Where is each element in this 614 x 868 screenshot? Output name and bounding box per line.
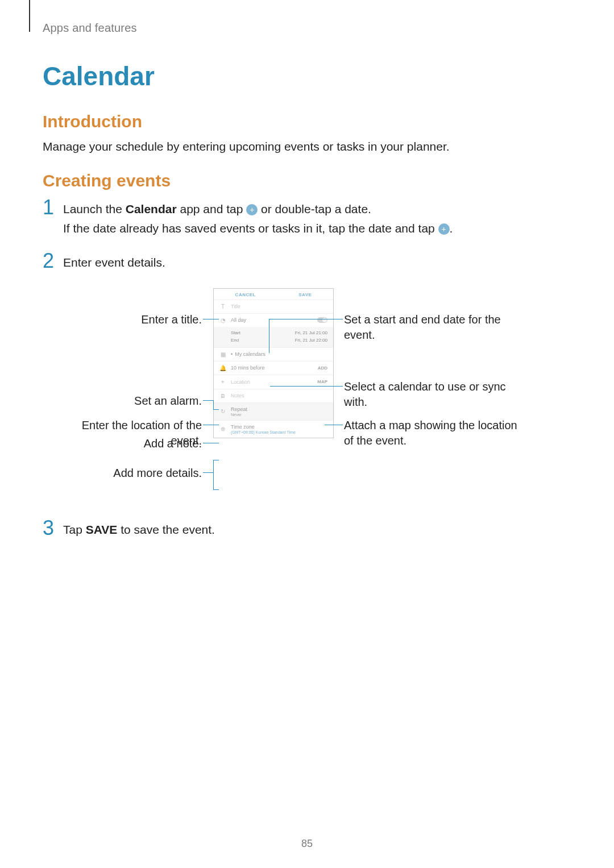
page-title: Calendar bbox=[43, 61, 571, 92]
step-number: 2 bbox=[43, 251, 63, 271]
leader bbox=[270, 386, 343, 387]
alarm-add-button[interactable]: ADD bbox=[318, 366, 327, 371]
text: app and tap bbox=[177, 202, 247, 215]
map-button[interactable]: MAP bbox=[317, 379, 327, 384]
leader bbox=[325, 425, 343, 425]
calendar-row[interactable]: ▦ My calendars bbox=[214, 347, 333, 361]
note-icon: 🗎 bbox=[219, 393, 226, 399]
step-1-body: Launch the Calendar app and tap + or dou… bbox=[63, 200, 571, 238]
timezone-text: Time zone bbox=[231, 424, 255, 430]
notes-placeholder: Notes bbox=[231, 393, 327, 398]
globe-icon: ⊕ bbox=[219, 426, 226, 432]
callout-set-dates: Set a start and end date for the event. bbox=[344, 312, 526, 343]
callout-attach-map: Attach a map showing the location of the… bbox=[344, 418, 526, 448]
text: or double-tap a date. bbox=[258, 202, 371, 215]
timezone-label: Time zone (GMT+09:00) Korean Standard Ti… bbox=[231, 424, 327, 434]
allday-row[interactable]: ◔ All day bbox=[214, 313, 333, 327]
allday-toggle[interactable] bbox=[317, 317, 327, 323]
event-editor-diagram: CANCEL SAVE T Title ◔ All day StartFri, … bbox=[54, 288, 543, 516]
notes-row[interactable]: 🗎 Notes bbox=[214, 389, 333, 402]
alarm-label: 10 mins before bbox=[231, 365, 313, 371]
step-2: 2 Enter event details. bbox=[43, 253, 571, 273]
leader bbox=[203, 400, 213, 401]
text: Tap bbox=[63, 523, 86, 536]
header-rule bbox=[29, 0, 30, 32]
breadcrumb: Apps and features bbox=[43, 22, 571, 35]
plus-icon: + bbox=[438, 223, 450, 235]
section-heading-introduction: Introduction bbox=[43, 112, 571, 131]
save-button[interactable]: SAVE bbox=[298, 292, 312, 297]
text: Launch the bbox=[63, 202, 126, 215]
end-value: Fri, 21 Jul 22:00 bbox=[295, 338, 327, 343]
start-label: Start bbox=[231, 330, 240, 335]
step-3-body: Tap SAVE to save the event. bbox=[63, 520, 571, 539]
step-1: 1 Launch the Calendar app and tap + or d… bbox=[43, 200, 571, 238]
end-label: End bbox=[231, 338, 239, 343]
alarm-row[interactable]: 🔔 10 mins before ADD bbox=[214, 361, 333, 375]
location-row[interactable]: ⌖ Location MAP bbox=[214, 375, 333, 389]
intro-paragraph: Manage your schedule by entering upcomin… bbox=[43, 138, 571, 155]
callout-set-alarm: Set an alarm. bbox=[54, 393, 202, 409]
repeat-text: Repeat bbox=[231, 406, 247, 412]
phone-header: CANCEL SAVE bbox=[214, 289, 333, 300]
repeat-value: Never bbox=[231, 413, 327, 417]
app-name: Calendar bbox=[126, 202, 177, 215]
calendar-icon: ▦ bbox=[219, 351, 226, 358]
timezone-value: (GMT+09:00) Korean Standard Time bbox=[231, 430, 327, 434]
text: to save the event. bbox=[117, 523, 215, 536]
repeat-icon: ↻ bbox=[219, 408, 226, 414]
leader bbox=[269, 319, 269, 353]
leader bbox=[269, 319, 343, 319]
text-icon: T bbox=[219, 304, 226, 310]
callout-select-calendar: Select a calendar to use or sync with. bbox=[344, 379, 526, 410]
title-row[interactable]: T Title bbox=[214, 300, 333, 313]
repeat-row[interactable]: ↻ Repeat Never bbox=[214, 402, 333, 420]
leader bbox=[213, 460, 219, 460]
step-2-body: Enter event details. bbox=[63, 253, 571, 272]
step-number: 1 bbox=[43, 197, 63, 218]
location-placeholder: Location bbox=[231, 379, 313, 385]
repeat-label: Repeat Never bbox=[231, 406, 327, 417]
my-calendars-label: My calendars bbox=[231, 351, 327, 357]
callout-add-note: Add a note. bbox=[54, 436, 202, 451]
leader bbox=[213, 489, 219, 490]
bell-icon: 🔔 bbox=[219, 365, 226, 371]
save-label: SAVE bbox=[86, 523, 118, 536]
allday-label: All day bbox=[231, 317, 313, 323]
callout-enter-title: Enter a title. bbox=[54, 312, 202, 327]
leader bbox=[203, 319, 219, 319]
step-number: 3 bbox=[43, 518, 63, 538]
section-heading-creating-events: Creating events bbox=[43, 171, 571, 190]
timezone-row[interactable]: ⊕ Time zone (GMT+09:00) Korean Standard … bbox=[214, 420, 333, 438]
phone-screenshot: CANCEL SAVE T Title ◔ All day StartFri, … bbox=[213, 288, 334, 438]
times-block[interactable]: StartFri, 21 Jul 21:00 EndFri, 21 Jul 22… bbox=[214, 327, 333, 347]
step-3: 3 Tap SAVE to save the event. bbox=[43, 520, 571, 541]
leader bbox=[213, 409, 219, 410]
text: If the date already has saved events or … bbox=[63, 222, 438, 235]
clock-icon: ◔ bbox=[219, 317, 226, 323]
pin-icon: ⌖ bbox=[219, 379, 226, 385]
plus-icon: + bbox=[246, 204, 258, 215]
leader bbox=[213, 460, 214, 489]
leader bbox=[203, 472, 213, 473]
title-placeholder: Title bbox=[231, 304, 327, 309]
start-value: Fri, 21 Jul 21:00 bbox=[295, 330, 327, 335]
cancel-button[interactable]: CANCEL bbox=[235, 292, 256, 297]
callout-add-more: Add more details. bbox=[54, 466, 202, 481]
text: . bbox=[450, 222, 453, 235]
leader bbox=[203, 443, 219, 443]
leader bbox=[203, 425, 219, 425]
page-number: 85 bbox=[0, 838, 614, 850]
leader bbox=[213, 400, 214, 409]
